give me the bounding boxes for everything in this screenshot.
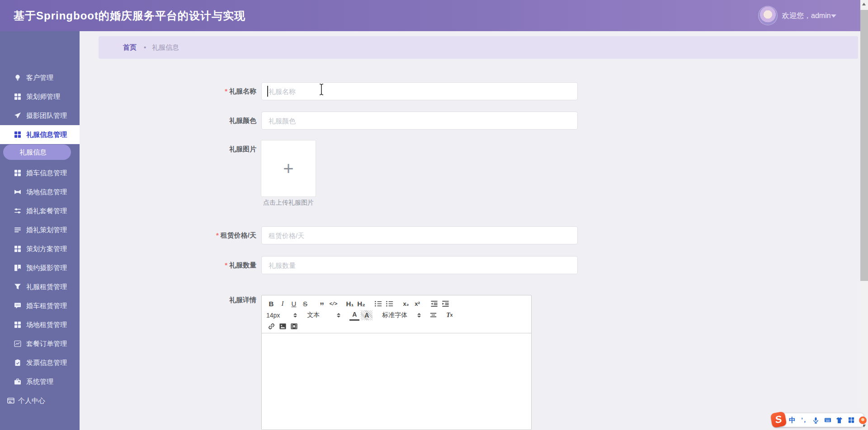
sidebar-item-planning-scheme-mgmt[interactable]: 策划方案管理: [0, 239, 80, 258]
bullet-list-button[interactable]: [384, 299, 394, 309]
sidebar-item-invoice-info-mgmt[interactable]: 发票信息管理: [0, 353, 80, 372]
sidebar-item-label: 预约摄影管理: [26, 258, 67, 277]
bulb-icon: [14, 74, 21, 81]
text-input-caret: [267, 86, 268, 97]
grid-icon: [14, 169, 21, 177]
scroll-up-arrow-icon[interactable]: [862, 3, 866, 5]
strikethrough-button[interactable]: S: [300, 299, 310, 309]
ime-punctuation-icon[interactable]: ’，: [800, 416, 808, 424]
align-button[interactable]: [428, 310, 438, 320]
insert-link-button[interactable]: [266, 322, 276, 332]
sidebar-item-customer-mgmt[interactable]: 客户管理: [0, 68, 80, 87]
mouse-ibeam-cursor: [318, 83, 325, 98]
indent-button[interactable]: [440, 299, 450, 309]
bowtie-icon: [14, 188, 21, 196]
sidebar-item-system-mgmt[interactable]: 系统管理: [0, 372, 80, 391]
image-upload-dropzone[interactable]: +: [261, 140, 316, 197]
ime-toolbox-icon[interactable]: [847, 416, 855, 424]
sidebar-item-venue-rental-mgmt[interactable]: 场地租赁管理: [0, 315, 80, 334]
outdent-button[interactable]: [429, 299, 439, 309]
chat-bubble-icon: [14, 302, 21, 309]
sogou-logo-icon[interactable]: S: [770, 411, 787, 428]
sidebar-item-photo-booking-mgmt[interactable]: 预约摄影管理: [0, 258, 80, 277]
welcome-text[interactable]: 欢迎您，admin: [782, 0, 831, 31]
heading2-button[interactable]: H₂: [356, 299, 366, 309]
bold-button[interactable]: B: [266, 299, 276, 309]
font-family-picker[interactable]: 标准字体: [382, 311, 421, 319]
text-color-button[interactable]: A: [349, 309, 359, 321]
ime-chinese-mode-icon[interactable]: 中: [788, 416, 796, 424]
dress-name-input[interactable]: [261, 82, 578, 100]
font-size-picker[interactable]: 14px: [266, 312, 297, 319]
insert-image-button[interactable]: [278, 322, 288, 332]
ime-toolbar[interactable]: S 中 ’，: [774, 413, 863, 427]
sidebar-item-dress-info-mgmt[interactable]: 礼服信息管理: [0, 125, 80, 144]
text-style-picker[interactable]: 文本: [307, 311, 340, 319]
sidebar-item-planner-mgmt[interactable]: 策划师管理: [0, 87, 80, 106]
sidebar-item-car-rental-mgmt[interactable]: 婚车租赁管理: [0, 296, 80, 315]
sidebar-item-wedding-planning-mgmt[interactable]: 婚礼策划管理: [0, 220, 80, 239]
sidebar-item-label: 客户管理: [26, 68, 53, 87]
scrollbar-thumb[interactable]: [860, 10, 868, 281]
superscript-button[interactable]: x²: [412, 299, 422, 309]
vertical-scrollbar[interactable]: [860, 0, 868, 430]
heading1-button[interactable]: H₁: [345, 299, 355, 309]
sidebar-item-label: 婚礼策划管理: [26, 220, 67, 239]
sidebar-item-personal-center[interactable]: 个人中心: [0, 391, 80, 410]
code-block-button[interactable]: </>: [328, 299, 338, 309]
font-family-value: 标准字体: [382, 311, 407, 319]
required-mark: *: [225, 261, 227, 269]
clean-glyph-x: x: [450, 313, 453, 318]
sidebar-item-label: 套餐订单管理: [26, 334, 67, 353]
clear-format-button[interactable]: Tx: [444, 310, 454, 320]
ime-mic-icon[interactable]: [812, 416, 820, 424]
insert-video-button[interactable]: [289, 322, 299, 332]
sidebar-subitem-dress-info[interactable]: 礼服信息: [3, 145, 71, 160]
book-icon: [14, 264, 21, 271]
field-label-dress-color: 礼服颜色: [80, 112, 256, 130]
username-label: admin: [811, 12, 831, 19]
sidebar-item-dress-rental-mgmt[interactable]: 礼服租赁管理: [0, 277, 80, 296]
plus-icon: +: [261, 140, 316, 196]
sidebar-item-package-order-mgmt[interactable]: 套餐订单管理: [0, 334, 80, 353]
ordered-list-button[interactable]: [373, 299, 383, 309]
background-color-button[interactable]: A: [361, 310, 373, 320]
sidebar-item-wedding-car-info-mgmt[interactable]: 婚车信息管理: [0, 164, 80, 182]
ime-emoji-icon[interactable]: [859, 416, 867, 424]
label-text: 礼服数量: [229, 261, 256, 269]
editor-content-area[interactable]: [262, 333, 531, 430]
subscript-button[interactable]: x₂: [401, 299, 411, 309]
blockquote-button[interactable]: ”: [317, 297, 327, 311]
sidebar-item-label: 场地租赁管理: [26, 315, 67, 334]
sidebar-item-label: 发票信息管理: [26, 353, 67, 372]
dress-quantity-input[interactable]: [261, 256, 578, 274]
field-label-rental-price: *租赁价格/天: [80, 226, 256, 244]
sidebar-item-label: 婚车租赁管理: [26, 296, 67, 315]
page-title: 基于Springboot的婚庆服务平台的设计与实现: [14, 0, 245, 31]
sidebar-item-venue-info-mgmt[interactable]: 场地信息管理: [0, 182, 80, 201]
breadcrumb-home-link[interactable]: 首页: [123, 36, 137, 59]
underline-button[interactable]: U: [289, 299, 299, 309]
user-dropdown-caret-icon[interactable]: [831, 14, 836, 18]
sidebar-item-label: 礼服信息管理: [26, 125, 67, 144]
field-label-dress-name: *礼服名称: [80, 82, 256, 100]
required-mark: *: [225, 87, 227, 95]
text-style-value: 文本: [307, 311, 320, 319]
required-mark: *: [216, 231, 219, 239]
field-label-dress-quantity: *礼服数量: [80, 256, 256, 274]
breadcrumb-current: 礼服信息: [152, 36, 179, 59]
user-avatar[interactable]: [758, 6, 778, 25]
grid-icon: [14, 321, 21, 328]
sidebar-item-label: 场地信息管理: [26, 182, 67, 201]
welcome-label: 欢迎您，: [782, 12, 811, 19]
sidebar-item-wedding-package-mgmt[interactable]: 婚礼套餐管理: [0, 201, 80, 220]
sidebar-item-label: 策划方案管理: [26, 239, 67, 258]
italic-button[interactable]: I: [278, 299, 288, 309]
dress-color-input[interactable]: [261, 112, 578, 130]
ime-skin-icon[interactable]: [835, 416, 843, 424]
app-header: 基于Springboot的婚庆服务平台的设计与实现 欢迎您，admin: [0, 0, 868, 31]
sidebar-item-label: 摄影团队管理: [26, 106, 67, 125]
rental-price-input[interactable]: [261, 226, 578, 244]
sidebar-item-photo-team-mgmt[interactable]: 摄影团队管理: [0, 106, 80, 125]
ime-keyboard-icon[interactable]: [824, 416, 831, 424]
